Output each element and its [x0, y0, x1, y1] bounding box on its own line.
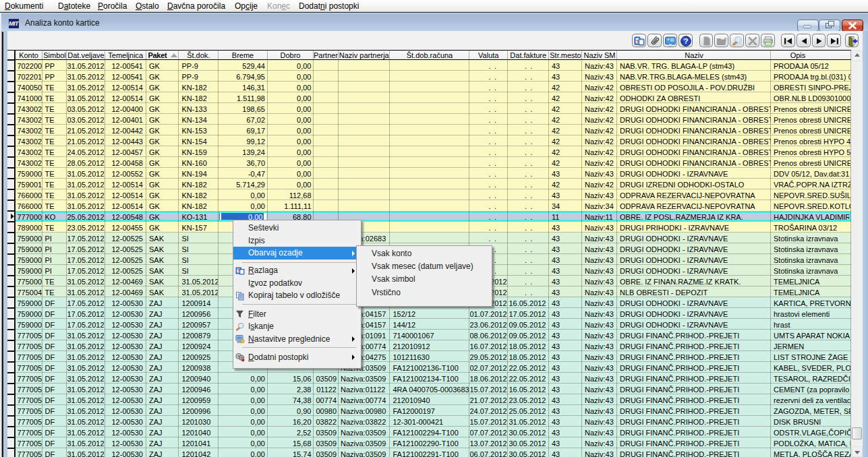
svg-text:?: ? [684, 37, 689, 45]
